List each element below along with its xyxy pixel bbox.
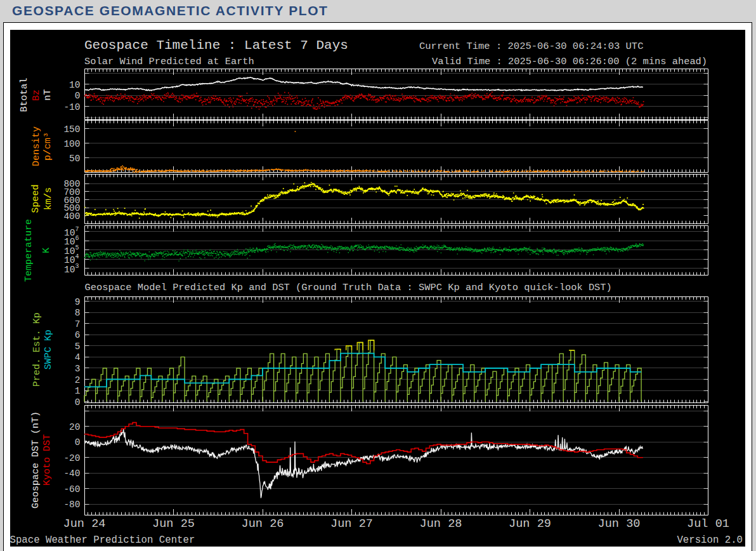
svg-text:1: 1 (75, 386, 81, 396)
svg-text:Jul 01: Jul 01 (687, 517, 729, 531)
svg-text:0: 0 (75, 437, 81, 448)
svg-text:Jun 30: Jun 30 (598, 517, 641, 531)
svg-text:Space Weather Prediction Cente: Space Weather Prediction Center (10, 534, 195, 546)
svg-text:-40: -40 (63, 468, 80, 479)
svg-text:0: 0 (75, 397, 81, 408)
svg-text:SWPC Kp: SWPC Kp (43, 329, 54, 369)
svg-text:Jun 24: Jun 24 (63, 517, 106, 531)
svg-text:Geospace Model Predicted Kp an: Geospace Model Predicted Kp and DST (Gro… (85, 282, 612, 293)
svg-text:-60: -60 (63, 484, 80, 495)
svg-text:0: 0 (75, 91, 81, 101)
svg-text:10: 10 (64, 237, 75, 247)
svg-text:Valid Time : 2025-06-30 06:26:: Valid Time : 2025-06-30 06:26:00 (2 mins… (432, 56, 707, 67)
svg-text:6: 6 (75, 330, 81, 340)
svg-text:3: 3 (75, 263, 79, 270)
svg-text:Bz: Bz (31, 90, 42, 101)
svg-text:K: K (41, 248, 52, 253)
svg-text:4: 4 (75, 352, 81, 362)
svg-text:Jun 28: Jun 28 (420, 517, 462, 531)
svg-text:150: 150 (63, 124, 80, 135)
svg-text:Speed: Speed (30, 184, 41, 213)
svg-text:Density: Density (31, 126, 42, 166)
svg-text:Btotal: Btotal (19, 77, 30, 112)
svg-text:400: 400 (63, 211, 80, 222)
svg-text:100: 100 (63, 139, 80, 149)
svg-text:Version 2.0: Version 2.0 (677, 534, 743, 546)
svg-text:8: 8 (75, 308, 81, 318)
svg-text:6: 6 (75, 235, 79, 242)
svg-text:4: 4 (75, 253, 79, 260)
svg-text:20: 20 (69, 422, 80, 432)
svg-text:Jun 29: Jun 29 (509, 517, 551, 531)
svg-text:Geospace DST (nT): Geospace DST (nT) (30, 411, 41, 508)
svg-text:Temperature: Temperature (23, 219, 34, 282)
svg-text:Jun 27: Jun 27 (330, 517, 373, 531)
svg-text:7: 7 (75, 319, 81, 329)
svg-text:-10: -10 (63, 102, 80, 112)
svg-text:10: 10 (69, 80, 80, 90)
svg-text:5: 5 (75, 342, 81, 352)
svg-text:-80: -80 (63, 500, 80, 510)
svg-text:10: 10 (64, 265, 75, 275)
svg-text:7: 7 (75, 226, 79, 233)
svg-text:9: 9 (75, 297, 81, 307)
svg-text:-20: -20 (63, 453, 80, 463)
svg-text:Kyoto DST: Kyoto DST (42, 434, 53, 486)
svg-text:Jun 26: Jun 26 (242, 517, 284, 531)
svg-text:5: 5 (75, 244, 79, 251)
svg-text:Pred. Est. Kp: Pred. Est. Kp (32, 312, 42, 387)
svg-text:2: 2 (75, 375, 81, 385)
svg-text:p/cm³: p/cm³ (42, 132, 53, 161)
svg-text:Solar Wind Predicted at Earth: Solar Wind Predicted at Earth (84, 56, 254, 67)
svg-text:Jun 25: Jun 25 (152, 517, 195, 531)
svg-text:Current Time : 2025-06-30 06:2: Current Time : 2025-06-30 06:24:03 UTC (419, 41, 643, 52)
svg-text:50: 50 (69, 154, 80, 164)
svg-text:nT: nT (42, 89, 53, 100)
svg-text:Geospace Timeline : Latest 7 D: Geospace Timeline : Latest 7 Days (84, 38, 348, 53)
svg-text:3: 3 (75, 364, 81, 374)
svg-text:10: 10 (64, 255, 75, 265)
svg-text:km/s: km/s (43, 187, 54, 210)
